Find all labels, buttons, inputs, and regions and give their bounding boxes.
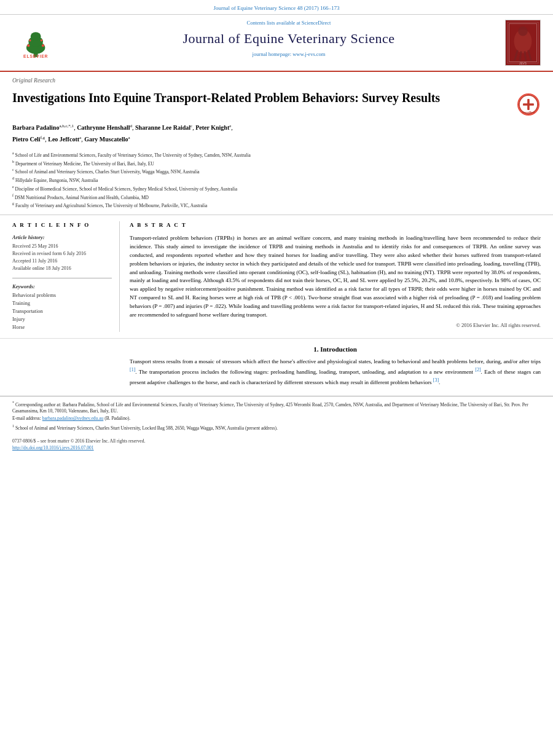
svg-rect-20 <box>523 104 534 106</box>
affil-a: a School of Life and Environmental Scien… <box>12 151 541 159</box>
article-info-label: A R T I C L E I N F O <box>12 221 112 229</box>
journal-cover: JEVS <box>505 20 541 66</box>
two-col-section: A R T I C L E I N F O Article history: R… <box>0 215 553 339</box>
author-sharanne: Sharanne Lee Raidal <box>135 125 190 132</box>
affiliations-section: a School of Life and Environmental Scien… <box>0 149 553 215</box>
svg-point-6 <box>29 39 31 41</box>
abstract-text: Transport-related problem behaviors (TRP… <box>130 234 541 320</box>
authors-line-1: Barbara Padalinoa,b,c,*,1, Cathrynne Hen… <box>12 123 541 133</box>
keyword-1: Behavioral problems <box>12 292 112 299</box>
author-barbara: Barbara Padalino <box>12 125 59 132</box>
info-divider <box>12 278 112 278</box>
footnote-address: 1 School of Animal and Veterinary Scienc… <box>12 423 541 431</box>
original-research-label: Original Research <box>0 72 553 87</box>
affil-e: e Discipline of Biomedical Science, Scho… <box>12 184 541 192</box>
svg-line-15 <box>525 52 526 61</box>
author-gary: Gary Muscatello <box>84 136 128 143</box>
author-leo: Leo Jeffcott <box>48 136 79 143</box>
keyword-3: Transportation <box>12 308 112 315</box>
svg-line-13 <box>514 50 517 61</box>
footnotes-area: * Corresponding author at: Barbara Padal… <box>0 396 553 436</box>
abstract-col: A B S T R A C T Transport-related proble… <box>130 221 541 332</box>
keywords-label: Keywords: <box>12 283 112 291</box>
abstract-copyright: © 2016 Elsevier Inc. All rights reserved… <box>130 322 541 329</box>
abstract-label: A B S T R A C T <box>130 221 541 229</box>
intro-title: 1. Introduction <box>130 345 541 354</box>
author-pietro: Pietro Celi <box>12 136 41 143</box>
issn-line: 0737-0806/$ – see front matter © 2016 El… <box>0 436 553 446</box>
affil-c: c School of Animal and Veterinary Scienc… <box>12 167 541 175</box>
svg-point-11 <box>514 30 532 53</box>
article-history-group: Article history: Received 25 May 2016 Re… <box>12 234 112 272</box>
svg-line-14 <box>520 52 521 61</box>
author-peter: Peter Knight <box>195 125 229 132</box>
header-right: JEVS <box>501 20 544 66</box>
footnote-email: E-mail address: barbara.padalino@sydney.… <box>12 415 541 422</box>
history-label: Article history: <box>12 234 112 242</box>
crossmark-container: CrossMark <box>516 92 541 117</box>
journal-citation-link[interactable]: Journal of Equine Veterinary Science 48 … <box>213 5 339 11</box>
affil-b: b Department of Veterinary Medicine, The… <box>12 159 541 167</box>
affil-g: g Faculty of Veterinary and Agricultural… <box>12 201 541 209</box>
doi-line[interactable]: http://dx.doi.org/10.1016/j.jevs.2016.07… <box>0 445 553 455</box>
footnote-corresponding: * Corresponding author at: Barbara Padal… <box>12 400 541 415</box>
sciencedirect-line: Contents lists available at ScienceDirec… <box>82 20 495 27</box>
ref-3: [3] <box>433 377 439 383</box>
svg-point-4 <box>27 44 29 47</box>
intro-paragraph-1: Transport stress results from a mosaic o… <box>130 358 541 387</box>
doi-text[interactable]: http://dx.doi.org/10.1016/j.jevs.2016.07… <box>12 445 94 451</box>
homepage-prefix: journal homepage: <box>253 51 292 57</box>
keywords-group: Keywords: Behavioral problems Training T… <box>12 283 112 331</box>
intro-left-spacer <box>12 345 120 387</box>
accepted-date: Accepted 11 July 2016 <box>12 258 112 264</box>
page: Journal of Equine Veterinary Science 48 … <box>0 0 553 756</box>
ref-1: [1] <box>130 367 135 372</box>
received-date: Received 25 May 2016 <box>12 243 112 250</box>
intro-right: 1. Introduction Transport stress results… <box>130 345 541 387</box>
keyword-4: Injury <box>12 316 112 323</box>
svg-text:CrossMark: CrossMark <box>522 111 535 114</box>
journal-homepage: journal homepage: www.j-evs.com <box>82 51 495 58</box>
header-center: Contents lists available at ScienceDirec… <box>76 20 501 66</box>
available-date: Available online 18 July 2016 <box>12 265 112 272</box>
article-title-section: Investigations Into Equine Transport-Rel… <box>0 87 553 120</box>
svg-text:JEVS: JEVS <box>519 62 527 65</box>
affil-f: f DSM Nutritional Products, Animal Nutri… <box>12 193 541 201</box>
homepage-url: www.j-evs.com <box>292 51 325 57</box>
elsevier-logo: ELSEVIER <box>9 26 64 60</box>
svg-rect-10 <box>508 22 538 63</box>
header-section: ELSEVIER Contents lists available at Sci… <box>0 15 553 72</box>
svg-point-12 <box>518 26 527 36</box>
keyword-5: Horse <box>12 324 112 331</box>
svg-point-3 <box>31 32 41 41</box>
svg-rect-9 <box>506 20 540 65</box>
authors-line-2: Pietro Celif,g, Leo Jeffcotta, Gary Musc… <box>12 135 541 144</box>
svg-text:ELSEVIER: ELSEVIER <box>23 54 48 58</box>
svg-line-16 <box>528 50 531 61</box>
revised-date: Received in revised form 6 July 2016 <box>12 250 112 257</box>
sciencedirect-brand: ScienceDirect <box>302 20 331 26</box>
top-bar: Journal of Equine Veterinary Science 48 … <box>0 0 553 15</box>
introduction-section: 1. Introduction Transport stress results… <box>0 339 553 393</box>
email-link[interactable]: barbara.padalino@sydney.edu.au <box>42 415 104 421</box>
author-cathrynne: Cathrynne Henshall <box>77 125 130 132</box>
keyword-2: Training <box>12 300 112 307</box>
header-left: ELSEVIER <box>9 20 76 66</box>
authors-section: Barbara Padalinoa,b,c,*,1, Cathrynne Hen… <box>0 120 553 149</box>
affil-d: d Hillydale Equine, Bungonia, NSW, Austr… <box>12 176 541 184</box>
article-main-title: Investigations Into Equine Transport-Rel… <box>12 90 510 106</box>
journal-title: Journal of Equine Veterinary Science <box>82 30 495 49</box>
article-info-col: A R T I C L E I N F O Article history: R… <box>12 221 120 332</box>
svg-point-7 <box>41 39 42 41</box>
crossmark-icon: CrossMark <box>517 93 539 116</box>
sciencedirect-prefix: Contents lists available at <box>247 20 300 26</box>
ref-2: [2] <box>475 367 480 372</box>
svg-point-5 <box>42 44 44 47</box>
article-title-left: Investigations Into Equine Transport-Rel… <box>12 90 510 108</box>
